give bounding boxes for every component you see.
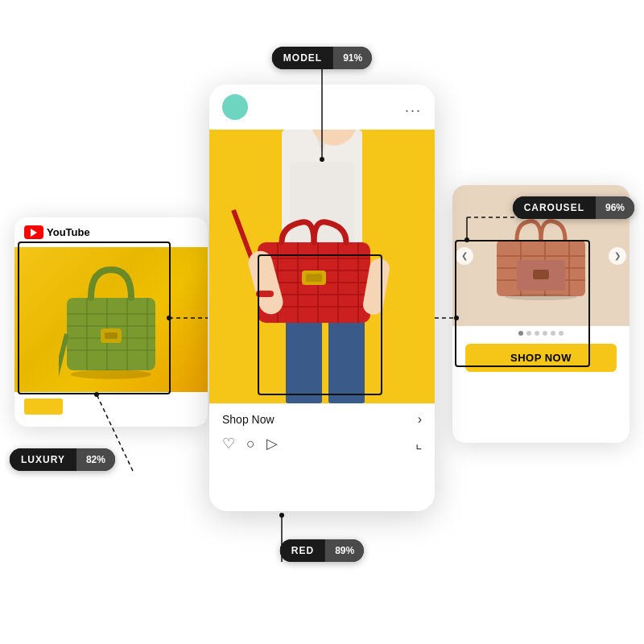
- model-percent: 91%: [333, 47, 372, 69]
- dot-1: [518, 331, 523, 336]
- next-arrow[interactable]: ❯: [609, 247, 626, 265]
- heart-icon[interactable]: ♡: [222, 435, 235, 452]
- bookmark-icon[interactable]: ⌞: [415, 435, 422, 452]
- play-icon: [31, 229, 37, 237]
- ecom-card: ❮ ❯: [452, 185, 630, 443]
- dot-4: [543, 331, 547, 336]
- svg-point-12: [71, 369, 151, 379]
- carousel-badge: CAROUSEL 96%: [513, 196, 634, 219]
- model-badge: MODEL 91%: [272, 47, 372, 69]
- youtube-header: YouTube: [14, 217, 208, 247]
- red-label: RED: [280, 539, 325, 562]
- scene: YouTube: [0, 0, 644, 644]
- comment-icon[interactable]: ○: [246, 436, 255, 452]
- yellow-rect: [24, 398, 63, 415]
- model-label: MODEL: [272, 47, 333, 69]
- svg-line-11: [59, 334, 67, 382]
- shop-link-text[interactable]: Shop Now: [222, 413, 275, 426]
- insta-header: ...: [209, 85, 435, 130]
- dot-2: [526, 331, 531, 336]
- model-image: [209, 130, 435, 403]
- prev-arrow[interactable]: ❮: [456, 247, 473, 265]
- svg-rect-10: [105, 332, 118, 339]
- carousel-label: CAROUSEL: [513, 196, 596, 219]
- red-badge: RED 89%: [280, 539, 364, 562]
- more-options[interactable]: ...: [405, 100, 422, 114]
- youtube-label: YouTube: [47, 226, 90, 238]
- youtube-image: [14, 247, 208, 392]
- svg-point-22: [505, 294, 577, 300]
- youtube-card: YouTube: [14, 217, 208, 427]
- insta-footer: Shop Now › ♡ ○ ▷ ⌞: [209, 403, 435, 459]
- dot-5: [551, 331, 555, 336]
- svg-point-49: [279, 513, 284, 518]
- avatar: [222, 94, 248, 120]
- carousel-dots: [452, 326, 630, 341]
- carousel-percent: 96%: [596, 196, 634, 219]
- svg-rect-21: [533, 270, 549, 279]
- luxury-percent: 82%: [76, 448, 115, 471]
- brown-bag-svg: [493, 212, 589, 300]
- luxury-badge: LUXURY 82%: [10, 448, 115, 471]
- youtube-icon: [24, 225, 43, 239]
- svg-rect-44: [256, 291, 274, 297]
- green-bag-svg: [59, 258, 163, 382]
- instagram-card: ...: [209, 85, 435, 511]
- youtube-footer: [14, 392, 208, 421]
- dot-3: [535, 331, 539, 336]
- svg-rect-40: [306, 274, 322, 282]
- red-percent: 89%: [325, 539, 364, 562]
- dot-6: [559, 331, 564, 336]
- shop-link-row: Shop Now ›: [222, 412, 422, 427]
- luxury-label: LUXURY: [10, 448, 76, 471]
- action-icons: ♡ ○ ▷ ⌞: [222, 435, 422, 452]
- shop-now-button[interactable]: SHOP NOW: [465, 344, 617, 372]
- youtube-logo: YouTube: [24, 225, 90, 239]
- insta-image: [209, 130, 435, 403]
- share-icon[interactable]: ▷: [266, 435, 278, 452]
- chevron-right-icon: ›: [418, 412, 422, 427]
